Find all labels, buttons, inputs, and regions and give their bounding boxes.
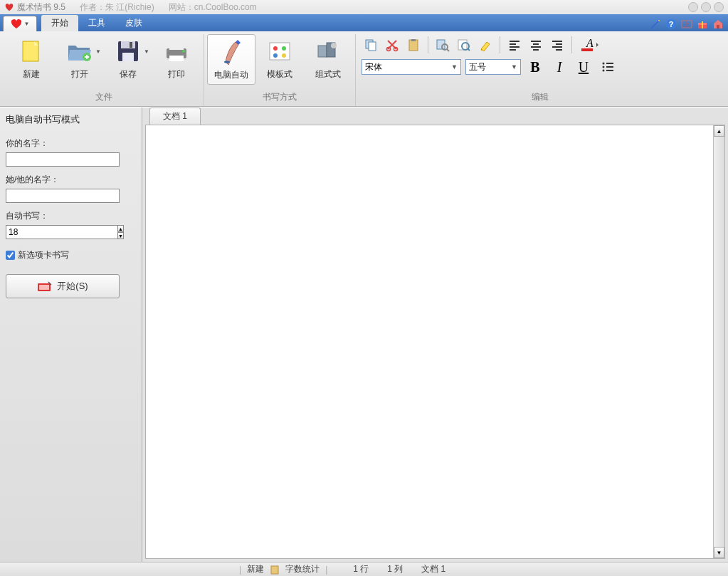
app-title: 魔术情书 9.5: [17, 1, 65, 14]
svg-rect-8: [717, 25, 719, 28]
copy-icon[interactable]: [362, 36, 380, 54]
document-tabs: 文档 1: [142, 108, 728, 125]
spin-down[interactable]: ▼: [117, 232, 124, 239]
close-button[interactable]: [714, 2, 724, 12]
window-controls: [688, 2, 724, 12]
group-label-edit: 编辑: [532, 90, 549, 106]
svg-rect-14: [130, 42, 132, 48]
cut-icon[interactable]: [383, 36, 401, 54]
document-tab-1[interactable]: 文档 1: [149, 108, 201, 125]
svg-point-0: [658, 20, 660, 21]
svg-point-27: [331, 43, 337, 48]
ribbon-group-file: 新建 ▼ 打开 ▼ 保存 打印: [4, 34, 204, 106]
vertical-scrollbar[interactable]: ▲ ▼: [713, 125, 724, 558]
your-name-input[interactable]: [6, 152, 120, 167]
svg-rect-12: [121, 41, 135, 48]
home-icon[interactable]: [712, 19, 724, 30]
new-tab-checkbox[interactable]: 新选项卡书写: [6, 249, 136, 261]
menu-tab-start[interactable]: 开始: [41, 15, 78, 31]
svg-point-40: [603, 63, 605, 65]
align-left-icon[interactable]: [505, 36, 524, 54]
help-icon[interactable]: ?: [665, 19, 677, 30]
app-icon: [4, 2, 14, 12]
auto-write-button[interactable]: 电脑自动: [207, 34, 255, 85]
svg-rect-25: [318, 46, 327, 57]
font-color-icon[interactable]: A: [577, 36, 601, 54]
app-url: 网站：cn.CoolBoo.com: [169, 1, 257, 14]
svg-rect-32: [409, 40, 418, 51]
gift-icon[interactable]: [697, 19, 708, 30]
svg-rect-29: [369, 42, 376, 51]
status-col: 1 列: [387, 563, 403, 575]
scroll-down-arrow[interactable]: ▼: [714, 547, 724, 558]
wand-icon[interactable]: [650, 19, 661, 30]
group-write-button[interactable]: 组式式: [304, 34, 352, 83]
editor-zone: 文档 1 ▲ ▼: [142, 108, 728, 562]
font-family-select[interactable]: 宋体▼: [362, 59, 461, 75]
auto-write-value[interactable]: [6, 225, 117, 239]
menu-tab-tools[interactable]: 工具: [78, 15, 115, 31]
status-doc: 文档 1: [421, 563, 445, 575]
spin-up[interactable]: ▲: [117, 225, 124, 232]
svg-point-24: [282, 53, 286, 58]
menubar: ▼ 开始 工具 皮肤 ? 文: [0, 14, 728, 31]
svg-point-42: [603, 70, 605, 72]
svg-rect-16: [169, 43, 184, 50]
group-label-file: 文件: [95, 90, 112, 106]
her-name-input[interactable]: [6, 189, 120, 203]
font-size-select[interactable]: 五号▼: [465, 59, 521, 75]
minimize-button[interactable]: [688, 2, 698, 12]
italic-button[interactable]: I: [549, 58, 569, 75]
scroll-up-arrow[interactable]: ▲: [714, 125, 724, 137]
svg-point-41: [603, 66, 605, 68]
start-button[interactable]: 开始(S): [6, 274, 120, 298]
notebook-icon: [270, 565, 280, 575]
svg-text:?: ?: [669, 20, 674, 28]
svg-point-22: [282, 46, 286, 51]
svg-rect-17: [169, 56, 184, 61]
tablet-icon: [37, 281, 53, 292]
template-write-button[interactable]: 模板式: [255, 34, 304, 83]
save-button[interactable]: ▼ 保存: [104, 34, 152, 83]
main-area: 电脑自动书写模式 你的名字： 她/他的名字： 自动书写： ▲ ▼ 新选项卡书写 …: [0, 107, 728, 562]
maximize-button[interactable]: [701, 2, 711, 12]
new-tab-checkbox-input[interactable]: [6, 251, 15, 260]
align-right-icon[interactable]: [548, 36, 566, 54]
auto-write-spinner[interactable]: ▲ ▼: [6, 225, 120, 239]
svg-point-18: [182, 50, 185, 53]
ribbon-group-edit: A 宋体▼ 五号▼ B I U 编辑: [356, 34, 724, 106]
status-row: 1 行: [353, 563, 369, 575]
status-new[interactable]: 新建: [247, 563, 264, 575]
svg-rect-7: [702, 21, 703, 28]
open-button[interactable]: ▼ 打开: [56, 34, 104, 83]
group-label-writemode: 书写方式: [263, 90, 297, 106]
ribbon: 新建 ▼ 打开 ▼ 保存 打印: [0, 31, 728, 107]
lang-icon[interactable]: 文: [681, 19, 692, 30]
titlebar: 魔术情书 9.5 作者：朱 江(Richie) 网站：cn.CoolBoo.co…: [0, 0, 728, 14]
svg-point-23: [273, 53, 278, 58]
find-icon[interactable]: [433, 36, 452, 54]
new-button[interactable]: 新建: [7, 34, 56, 83]
status-wordcount[interactable]: 字数统计: [285, 563, 320, 575]
align-center-icon[interactable]: [527, 36, 545, 54]
highlight-icon[interactable]: [476, 36, 495, 54]
underline-button[interactable]: U: [574, 58, 594, 75]
app-author: 作者：朱 江(Richie): [80, 1, 154, 14]
zoom-icon[interactable]: [455, 36, 473, 54]
svg-rect-44: [39, 285, 49, 290]
svg-rect-13: [122, 53, 134, 61]
bold-button[interactable]: B: [525, 58, 545, 75]
editor-canvas[interactable]: [146, 125, 713, 558]
sidebar-title: 电脑自动书写模式: [6, 112, 136, 130]
paste-icon[interactable]: [404, 36, 423, 54]
svg-rect-20: [270, 43, 290, 60]
app-menu-button[interactable]: ▼: [3, 16, 37, 31]
ribbon-group-writemode: 电脑自动 模板式 组式式 书写方式: [204, 34, 356, 106]
her-name-label: 她/他的名字：: [6, 174, 136, 186]
print-button[interactable]: 打印: [152, 34, 201, 83]
svg-rect-33: [411, 39, 416, 41]
bullet-list-button[interactable]: [598, 58, 618, 75]
svg-point-21: [273, 46, 278, 51]
your-name-label: 你的名字：: [6, 137, 136, 150]
menu-tab-skin[interactable]: 皮肤: [115, 15, 152, 31]
